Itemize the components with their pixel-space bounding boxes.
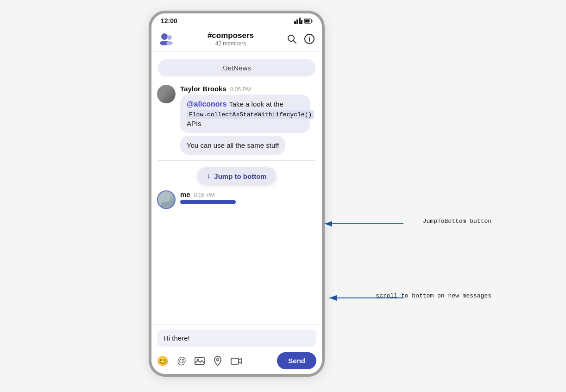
svg-point-8 <box>161 33 168 40</box>
nav-title-group: #composers 42 members <box>179 31 282 47</box>
me-message-row: me 8:06 PM <box>151 188 322 212</box>
toolbar-icons: 😊 @ <box>157 355 277 367</box>
svg-marker-0 <box>294 21 296 24</box>
bubble-1-text-prefix: Take a look at the <box>229 100 283 108</box>
people-icon[interactable] <box>158 30 176 48</box>
svg-point-16 <box>309 37 310 38</box>
camera-icon[interactable] <box>231 357 242 365</box>
annotation-scroll-label: scroll to bottom on new messages <box>376 292 491 299</box>
toolbar-row: 😊 @ <box>151 349 322 374</box>
send-button[interactable]: Send <box>277 352 316 369</box>
search-icon[interactable] <box>286 33 298 45</box>
svg-marker-1 <box>296 19 298 24</box>
taylor-bubble-1: @aliconors Take a look at the Flow.colle… <box>180 95 310 133</box>
svg-point-10 <box>167 35 172 40</box>
taylor-bubble-2: You can use all the same stuff <box>180 136 285 155</box>
input-row: Hi there! <box>151 325 322 349</box>
svg-marker-4 <box>301 20 302 24</box>
taylor-msg-content: Taylor Brooks 8:05 PM @aliconors Take a … <box>180 85 316 158</box>
svg-point-18 <box>161 202 172 208</box>
me-msg-content: me 8:06 PM <box>180 190 316 204</box>
jump-to-bottom-button[interactable]: ↓ Jump to bottom <box>197 167 276 185</box>
svg-point-21 <box>217 358 219 360</box>
jump-to-bottom-label: Jump to bottom <box>214 172 266 180</box>
svg-rect-7 <box>312 20 313 22</box>
nav-bar: #composers 42 members <box>151 26 322 52</box>
nav-actions <box>286 33 315 45</box>
me-message-preview <box>180 200 236 204</box>
info-icon[interactable] <box>303 33 315 45</box>
jetnews-text: /JetNews <box>222 64 251 72</box>
status-time: 12:00 <box>161 17 177 25</box>
avatar-taylor <box>157 85 176 103</box>
svg-marker-3 <box>301 22 301 24</box>
jump-to-bottom-row: ↓ Jump to bottom <box>151 164 322 188</box>
mention-aliconors: @aliconors <box>187 100 227 108</box>
battery-icon <box>304 19 313 24</box>
me-msg-time: 8:06 PM <box>194 192 215 198</box>
chat-area: /JetNews Taylor Brooks 8:05 PM @aliconor… <box>151 52 322 315</box>
emoji-icon[interactable]: 😊 <box>157 355 169 367</box>
avatar-me <box>157 190 176 209</box>
jump-arrow-icon: ↓ <box>207 172 210 180</box>
svg-line-13 <box>294 41 296 44</box>
me-sender-name: me <box>180 190 190 198</box>
message-input-display: Hi there! <box>157 329 316 347</box>
bubble-1-text-suffix: APIs <box>187 120 201 127</box>
divider <box>158 160 315 161</box>
signal-icon <box>294 18 302 24</box>
location-icon[interactable] <box>213 356 222 366</box>
me-msg-header: me 8:06 PM <box>180 190 316 198</box>
svg-point-11 <box>166 41 173 45</box>
input-area: Hi there! 😊 @ <box>151 324 322 374</box>
svg-marker-2 <box>299 18 301 24</box>
phone-frame: 12:00 <box>149 11 325 377</box>
member-count: 42 members <box>179 40 282 47</box>
taylor-sender-name: Taylor Brooks <box>180 85 226 93</box>
bubble-2-text: You can use all the same stuff <box>187 141 279 149</box>
taylor-message-row: Taylor Brooks 8:05 PM @aliconors Take a … <box>151 82 322 160</box>
mention-icon[interactable]: @ <box>177 355 186 366</box>
annotation-jump-label: JumpToBottom button <box>423 218 491 225</box>
input-text: Hi there! <box>164 334 190 342</box>
svg-rect-6 <box>305 19 310 22</box>
image-icon[interactable] <box>195 356 205 366</box>
avatar-placeholder-taylor <box>157 85 176 103</box>
taylor-msg-time: 8:05 PM <box>230 86 251 93</box>
jetnews-message: /JetNews <box>158 59 315 76</box>
svg-point-17 <box>163 194 170 202</box>
status-icons <box>294 18 313 24</box>
svg-rect-22 <box>231 358 239 364</box>
channel-name: #composers <box>179 31 282 40</box>
taylor-msg-header: Taylor Brooks 8:05 PM <box>180 85 316 93</box>
status-bar: 12:00 <box>151 13 322 26</box>
bubble-code: Flow.collectAsStateWithLifecycle() <box>187 110 314 119</box>
